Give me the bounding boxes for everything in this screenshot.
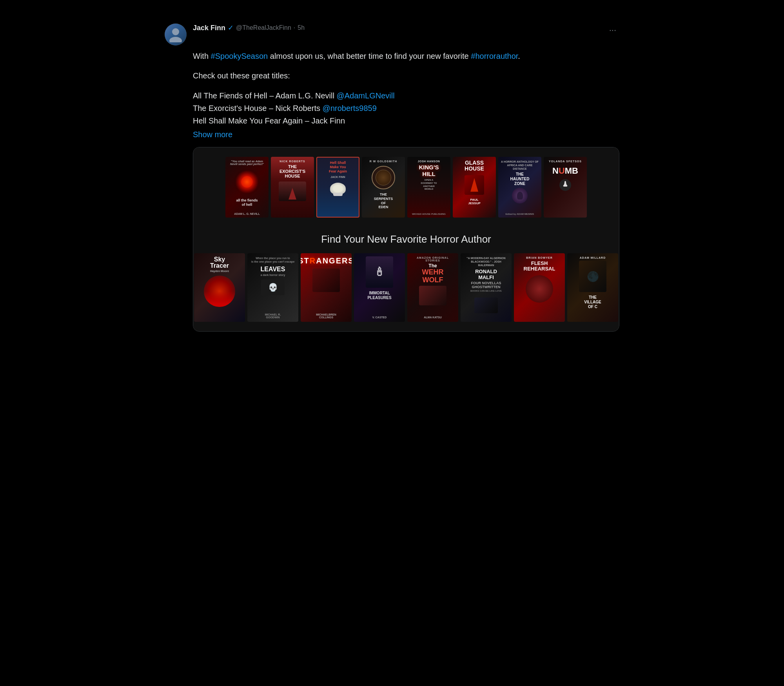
book6-title: GLASSHOUSE [465,160,484,172]
hashtag-horror-author[interactable]: #horrorauthor [471,52,518,60]
svg-point-1 [169,37,182,42]
book8-author-top: YOLANDA SFETSOS [549,160,582,163]
tweet-text-mid: almost upon us, what better time to find… [268,52,471,60]
immortal-figure: 🕯 [374,265,385,279]
mention-nroberts[interactable]: @nroberts9859 [323,104,377,113]
book7-art [508,188,532,207]
malfi-subtitle: FOUR NOVELLASGHOSTWRITTEN [471,281,501,289]
tweet-text-paragraph1: With #SpookySeason almost upon us, what … [193,50,619,62]
book2-art [279,181,306,201]
hashtag-spooky-season[interactable]: #SpookySeason [211,52,268,60]
card-container: "You shall read as Adam Nevill sends pas… [193,147,619,332]
book1-art [235,170,259,194]
book-list-item-2: The Exorcist's House – Nick Roberts @nro… [193,102,619,114]
village-figure: 🌑 [587,271,599,282]
book-cover-flesh-rehearsal[interactable]: BRIAN BOWYER FLESHREHEARSAL [514,253,565,322]
avatar[interactable] [165,24,187,45]
book-cover-kings-hill[interactable]: JOSH HANSON KING'SHILL OPEN ADOORWAY TOA… [407,157,450,218]
flesh-title: FLESHREHEARSAL [524,261,555,272]
book4-author-top: R W GOLDSMITH [370,160,397,163]
book6-author-name: PAULJESSUP [468,198,481,205]
author-handle[interactable]: @TheRealJackFinn [236,24,291,31]
tweet-body: With #SpookySeason almost upon us, what … [193,50,619,332]
book7-tagline: A HORROR ANTHOLOGY OF AFRICA AND CARE DI… [501,160,539,171]
malfi-tagline2: BOOKS CAN BE LIKE LOVE [470,290,502,292]
leaves-subtitle: a dark horror story [261,274,285,276]
books-row-1: "You shall read as Adam Nevill sends pas… [193,147,619,224]
wehr-wolf-label: AMAZON ORIGINAL STORIES [410,256,456,262]
book-cover-hell-shall[interactable]: Hell ShallMake YouFear Again JACK FINN [316,157,359,218]
immortal-author: V. CASTED [372,316,387,319]
wehr-wolf-art [419,286,446,305]
book7-silhouette [517,192,523,200]
malfi-author: RONALDMALFI [475,269,497,280]
tweet-text-period: . [518,52,520,60]
book-cover-strangers[interactable]: STRANGERS MICHAELBRENCOLLINGS [301,253,352,322]
leaves-title: LEAVES [261,266,285,273]
sky-tracer-author: Hayden Moore [210,270,229,272]
book-cover-exorcists-house[interactable]: NICK ROBERTS THEEXORCIST'SHOUSE [271,157,314,218]
svg-point-0 [172,28,179,35]
leaves-author: MICHAEL R.GOODWIN [265,313,281,319]
show-more-button[interactable]: Show more [193,130,619,139]
author-info: Jack Finn ✓ @TheRealJackFinn · 5h [193,24,305,32]
tweet-container: Jack Finn ✓ @TheRealJackFinn · 5h ··· Wi… [157,16,627,670]
book-cover-leaves[interactable]: When the place you run tois the one plac… [247,253,298,322]
book-cover-ronald-malfi[interactable]: "A MODERN-DAY ALGERNON BLACKWOOD." - JOS… [461,253,512,322]
book2-triangle [289,188,296,200]
tweet-header: Jack Finn ✓ @TheRealJackFinn · 5h ··· [165,24,619,50]
wehr-wolf-title: TheWEHRWOLF [422,263,444,284]
book4-art [372,166,395,189]
book-cover-wehr-wolf[interactable]: AMAZON ORIGINAL STORIES TheWEHRWOLF ALMA… [407,253,458,322]
tweet-timestamp: 5h [298,24,305,31]
book-list-item-1: All The Fiends of Hell – Adam L.G. Nevil… [193,89,619,102]
book6-house [470,178,478,192]
book2-author-top: NICK ROBERTS [279,160,305,163]
malfi-tagline: "A MODERN-DAY ALGERNON BLACKWOOD." - JOS… [463,256,509,267]
wehr-wolf-author: ALMA KATSU [424,316,442,319]
book-cover-all-fiends[interactable]: "You shall read as Adam Nevill sends pas… [225,157,269,218]
book7-title: THEHAUNTEDZONE [510,172,530,186]
book-cover-haunted-zone[interactable]: A HORROR ANTHOLOGY OF AFRICA AND CARE DI… [498,157,541,218]
book4-inner-circle [376,170,391,185]
mention-adam[interactable]: @AdamLGNevill [336,91,394,100]
book-cover-serpents-eden[interactable]: R W GOLDSMITH THESERPENTSOFEDEN [362,157,405,218]
sky-tracer-art [204,276,235,307]
village-title: THEVILLAGEOF C [584,295,601,309]
book-cover-immortal-pleasures[interactable]: 🕯 IMMORTALPLEASURES V. CASTED [354,253,405,322]
book4-title: THESERPENTSOFEDEN [374,192,393,209]
flesh-art [526,275,553,303]
book3-art [328,181,348,195]
tweet-time: · [294,24,295,31]
book1-glow [241,176,253,188]
strangers-art [312,269,340,292]
village-art: 🌑 [579,261,606,292]
book1-author: ADAM L. G. NEVILL [234,212,260,215]
book1-tagline: "You shall read as Adam Nevill sends pas… [228,160,266,165]
book7-figure [512,188,528,203]
book5-subtitle: OPEN ADOORWAY TOANOTHERWORLD [421,179,437,191]
leaves-tagline: When the place you run tois the one plac… [251,256,295,263]
tweet-text-pre-hashtag1: With [193,52,211,60]
book5-author-top: JOSH HANSON [418,160,440,163]
flesh-author-top: BRIAN BOWYER [526,256,553,259]
immortal-art: 🕯 [366,256,393,288]
book1-title: all the fiendsof hell [236,198,258,207]
book2-title: THEEXORCIST'SHOUSE [279,164,305,178]
book7-editor: Edited by ADAM MESINIS [506,213,534,215]
more-options-button[interactable]: ··· [606,24,619,37]
malfi-art [474,298,498,313]
strangers-author: MICHAELBRENCOLLINGS [316,313,336,319]
leaves-icon: 💀 [268,283,278,292]
tweet-text-paragraph2: Check out these great titles: [193,70,619,82]
book-cover-numb[interactable]: YOLANDA SFETSOS NUMB [544,157,587,218]
book8-chess-piece [559,179,571,191]
book-cover-sky-tracer[interactable]: SkyTracer Hayden Moore [194,253,245,322]
book3-title: Hell ShallMake YouFear Again [329,161,347,173]
book-cover-village-of-c[interactable]: ADAM MILLARD 🌑 THEVILLAGEOF C [567,253,618,322]
book6-art [465,175,484,195]
book5-title: KING'SHILL [419,164,439,177]
sky-tracer-gradient [204,291,235,307]
book-cover-glass-house[interactable]: GLASSHOUSE PAULJESSUP [453,157,496,218]
leaves-art: 💀 [261,279,285,295]
